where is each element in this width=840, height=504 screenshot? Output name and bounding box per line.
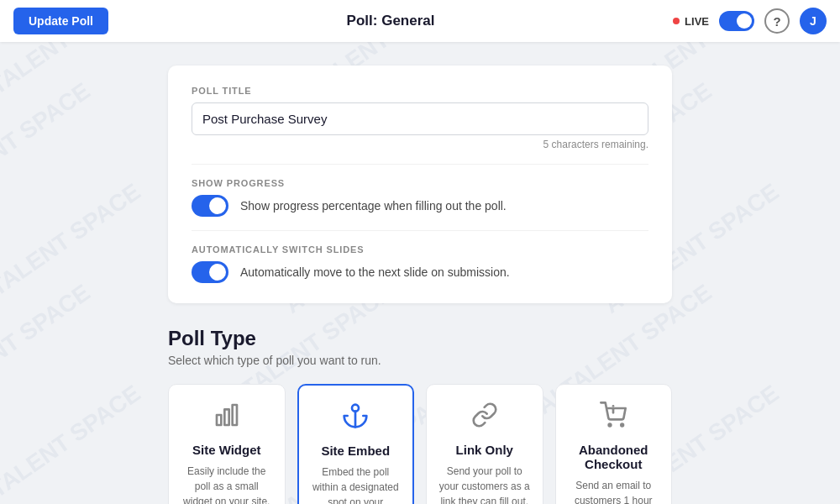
auto-switch-toggle[interactable] <box>192 261 228 283</box>
svg-rect-2 <box>232 405 236 425</box>
header-title: Poll: General <box>108 13 673 29</box>
poll-title-label: POLL TITLE <box>192 86 648 96</box>
bar-chart-icon <box>181 402 273 434</box>
abandoned-checkout-desc: Send an email to customers 1 hour after … <box>568 478 660 504</box>
settings-card: POLL TITLE 5 characters remaining. SHOW … <box>168 66 672 303</box>
svg-rect-1 <box>224 409 228 425</box>
anchor-icon <box>311 402 402 435</box>
site-embed-desc: Embed the poll within a designated spot … <box>311 465 402 504</box>
main-content: POLL TITLE 5 characters remaining. SHOW … <box>0 42 840 504</box>
show-progress-desc: Show progress percentage when filling ou… <box>240 199 507 213</box>
poll-type-grid: Site Widget Easily include the poll as a… <box>168 384 672 504</box>
poll-type-site-embed[interactable]: Site Embed Embed the poll within a desig… <box>297 384 415 504</box>
divider-2 <box>192 230 648 231</box>
show-progress-label: SHOW PROGRESS <box>192 178 648 188</box>
poll-type-site-widget[interactable]: Site Widget Easily include the poll as a… <box>168 384 286 504</box>
help-button[interactable]: ? <box>764 8 790 34</box>
site-widget-name: Site Widget <box>181 443 273 457</box>
poll-type-abandoned-checkout[interactable]: Abandoned Checkout Send an email to cust… <box>555 384 673 504</box>
live-dot <box>673 18 680 24</box>
site-widget-desc: Easily include the poll as a small widge… <box>181 464 273 504</box>
live-toggle[interactable] <box>719 11 754 31</box>
char-remaining: 5 characters remaining. <box>192 139 648 150</box>
svg-point-5 <box>609 424 612 427</box>
link-only-desc: Send your poll to your customers as a li… <box>438 464 531 504</box>
show-progress-toggle[interactable] <box>192 195 228 217</box>
live-label: LIVE <box>685 15 709 28</box>
show-progress-row: Show progress percentage when filling ou… <box>192 195 648 217</box>
site-embed-name: Site Embed <box>311 444 402 458</box>
cart-icon <box>568 402 660 434</box>
link-icon <box>438 402 531 434</box>
update-poll-button[interactable]: Update Poll <box>13 8 108 34</box>
avatar: J <box>800 8 827 34</box>
poll-title-input[interactable] <box>192 102 648 135</box>
divider-1 <box>192 164 648 165</box>
abandoned-checkout-name: Abandoned Checkout <box>568 443 660 471</box>
live-indicator: LIVE <box>673 15 709 28</box>
svg-rect-0 <box>217 415 221 425</box>
auto-switch-desc: Automatically move to the next slide on … <box>240 265 510 279</box>
poll-type-link-only[interactable]: Link Only Send your poll to your custome… <box>426 384 543 504</box>
poll-type-title: Poll Type <box>168 327 672 350</box>
header-right: LIVE ? J <box>673 8 827 34</box>
auto-switch-row: Automatically move to the next slide on … <box>192 261 648 283</box>
poll-type-subtitle: Select which type of poll you want to ru… <box>168 354 672 367</box>
auto-switch-label: AUTOMATICALLY SWITCH SLIDES <box>192 244 648 255</box>
header-left: Update Poll <box>13 8 108 34</box>
svg-point-6 <box>622 424 624 427</box>
link-only-name: Link Only <box>438 443 531 457</box>
header: Update Poll Poll: General LIVE ? J <box>0 0 840 42</box>
